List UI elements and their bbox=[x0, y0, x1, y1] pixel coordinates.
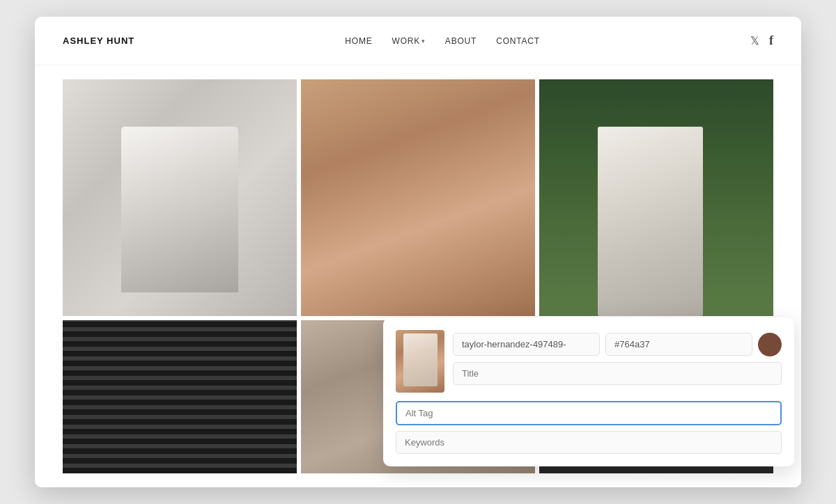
alt-tag-input[interactable] bbox=[396, 401, 782, 425]
nav-home[interactable]: HOME bbox=[345, 36, 372, 46]
twitter-icon[interactable]: 𝕏 bbox=[750, 34, 759, 47]
title-input[interactable] bbox=[453, 362, 782, 385]
popup-inline-row bbox=[453, 333, 782, 356]
chevron-down-icon: ▾ bbox=[421, 38, 426, 45]
popup-fields bbox=[453, 333, 782, 391]
nav-work[interactable]: WORK ▾ bbox=[392, 36, 426, 46]
filename-input[interactable] bbox=[453, 333, 600, 356]
gallery-container bbox=[35, 65, 801, 487]
browser-window: ASHLEY HUNT HOME WORK ▾ ABOUT CONTACT 𝕏 … bbox=[35, 17, 801, 487]
gallery-photo-3[interactable] bbox=[539, 79, 773, 316]
nav-links: HOME WORK ▾ ABOUT CONTACT bbox=[345, 36, 540, 46]
color-swatch[interactable] bbox=[758, 333, 782, 356]
nav-contact[interactable]: CONTACT bbox=[496, 36, 540, 46]
popup-thumbnail bbox=[396, 330, 444, 393]
site-logo[interactable]: ASHLEY HUNT bbox=[63, 36, 134, 46]
gallery-photo-1[interactable] bbox=[63, 79, 297, 316]
popup-top-row bbox=[396, 330, 782, 393]
gallery-photo-2[interactable] bbox=[301, 79, 535, 316]
keywords-input[interactable] bbox=[396, 431, 782, 454]
gallery-photo-4[interactable] bbox=[63, 320, 297, 473]
nav-about[interactable]: ABOUT bbox=[445, 36, 477, 46]
navigation: ASHLEY HUNT HOME WORK ▾ ABOUT CONTACT 𝕏 … bbox=[35, 17, 801, 65]
image-details-popup bbox=[383, 317, 794, 466]
facebook-icon[interactable]: f bbox=[769, 33, 773, 48]
color-code-input[interactable] bbox=[605, 333, 752, 356]
social-links: 𝕏 f bbox=[750, 33, 773, 48]
